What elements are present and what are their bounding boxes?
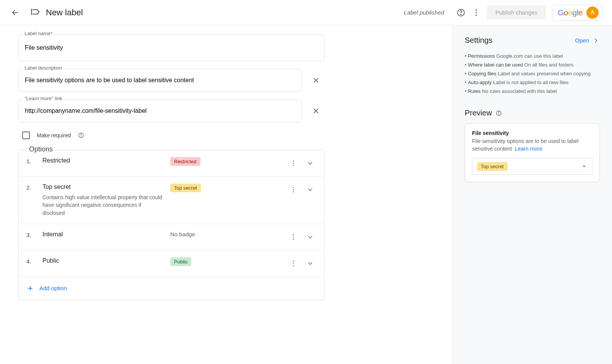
option-more-button[interactable] <box>287 231 299 243</box>
svg-point-10 <box>293 163 294 164</box>
option-expand-button[interactable] <box>304 184 316 196</box>
make-required-label: Make required <box>37 132 71 138</box>
option-name: Internal <box>42 231 165 238</box>
svg-point-19 <box>293 263 294 264</box>
svg-point-4 <box>475 12 477 13</box>
add-option-label: Add option <box>39 285 67 291</box>
preview-label-title: File sensitivity <box>472 130 592 136</box>
help-button[interactable] <box>453 5 469 20</box>
option-expand-button[interactable] <box>304 231 316 243</box>
more-options-button[interactable] <box>469 5 484 20</box>
svg-point-5 <box>475 15 477 16</box>
option-number: 2. <box>26 184 37 191</box>
chevron-down-icon <box>306 233 314 241</box>
account-switcher[interactable]: Google A <box>552 5 603 21</box>
close-icon <box>312 107 320 115</box>
info-icon <box>496 110 502 116</box>
page-title: New label <box>46 8 83 18</box>
svg-point-2 <box>461 14 461 15</box>
svg-point-15 <box>293 234 294 236</box>
make-required-checkbox[interactable] <box>22 132 30 139</box>
svg-point-11 <box>293 165 294 166</box>
option-badge: Restricted <box>170 157 200 166</box>
back-button[interactable] <box>8 5 23 20</box>
chevron-down-icon <box>306 159 314 167</box>
help-icon <box>456 8 466 17</box>
preview-learn-more-link[interactable]: Learn more <box>515 146 542 152</box>
publish-status: Label published <box>404 9 444 16</box>
info-icon <box>78 132 84 138</box>
option-badge: Top secret <box>170 184 201 192</box>
option-more-button[interactable] <box>287 184 299 196</box>
option-name: Public <box>42 257 165 264</box>
option-expand-button[interactable] <box>304 257 316 270</box>
label-description-input[interactable] <box>24 76 296 84</box>
label-icon <box>31 6 41 18</box>
svg-point-16 <box>293 237 294 238</box>
plus-icon <box>26 284 34 292</box>
preview-value-select[interactable]: Top secret <box>472 158 592 175</box>
option-row[interactable]: 1.RestrictedRestricted <box>19 150 324 177</box>
avatar[interactable]: A <box>586 6 599 19</box>
clear-description-button[interactable] <box>308 73 324 88</box>
learn-more-link-label: "Learn more" link <box>23 96 64 101</box>
svg-point-3 <box>475 9 477 11</box>
preview-card: File sensitivity File sensitivity option… <box>465 123 600 182</box>
google-logo: Google <box>558 8 583 17</box>
preview-info-button[interactable] <box>496 110 502 116</box>
options-section-title: Options <box>27 145 55 153</box>
option-more-button[interactable] <box>287 157 299 169</box>
option-row[interactable]: 3.InternalNo badge <box>19 224 324 250</box>
app-header: New label Label published Publish change… <box>0 0 612 25</box>
clear-learn-more-button[interactable] <box>308 103 324 119</box>
option-no-badge: No badge <box>170 231 195 237</box>
preview-title: Preview <box>465 109 492 117</box>
add-option-button[interactable]: Add option <box>19 277 324 300</box>
option-more-button[interactable] <box>287 257 299 270</box>
svg-point-9 <box>293 161 294 162</box>
svg-point-12 <box>293 187 294 188</box>
svg-point-25 <box>499 112 499 112</box>
learn-more-link-input[interactable] <box>24 107 296 115</box>
option-number: 4. <box>26 257 37 265</box>
more-vert-icon <box>472 8 481 17</box>
label-name-label: Label name* <box>23 31 54 36</box>
option-row[interactable]: 4.PublicPublic <box>19 250 324 277</box>
options-list: 1.RestrictedRestricted2.Top secretContai… <box>18 150 324 300</box>
svg-point-14 <box>293 192 294 193</box>
option-number: 1. <box>26 157 37 164</box>
option-name: Top secret <box>42 184 165 190</box>
settings-title: Settings <box>465 36 492 45</box>
dropdown-icon <box>581 163 588 170</box>
svg-point-13 <box>293 189 294 190</box>
settings-item: Auto-apply Label is not applied to all n… <box>465 78 600 87</box>
settings-summary-list: Permissions Google.com can use this labe… <box>465 52 600 96</box>
svg-point-18 <box>293 261 294 262</box>
close-icon <box>312 76 320 84</box>
svg-point-17 <box>293 239 294 240</box>
svg-point-8 <box>81 134 81 134</box>
more-vert-icon <box>290 186 297 193</box>
settings-item: Where label can be used On all files and… <box>465 60 600 69</box>
chevron-down-icon <box>306 186 314 193</box>
settings-open-link[interactable]: Open <box>575 37 600 44</box>
label-name-input[interactable] <box>24 44 319 52</box>
more-vert-icon <box>290 159 297 167</box>
option-expand-button[interactable] <box>304 157 316 169</box>
svg-point-20 <box>293 265 294 266</box>
option-name: Restricted <box>42 157 165 164</box>
preview-selected-badge: Top secret <box>477 162 508 171</box>
option-row[interactable]: 2.Top secretContains high value intellec… <box>19 177 324 224</box>
settings-item: Rules No rules associated with this labe… <box>465 87 600 96</box>
settings-item: Permissions Google.com can use this labe… <box>465 52 600 60</box>
more-vert-icon <box>290 233 297 241</box>
label-form: Label name* Label description "Learn mor… <box>0 25 452 364</box>
chevron-down-icon <box>306 260 314 267</box>
make-required-info-button[interactable] <box>78 132 84 138</box>
arrow-left-icon <box>11 8 20 17</box>
settings-open-label: Open <box>575 37 589 44</box>
publish-changes-button[interactable]: Publish changes <box>487 5 546 20</box>
option-description: Contains high value intellectual propert… <box>42 193 165 217</box>
chevron-right-icon <box>592 37 600 44</box>
label-description-label: Label description <box>23 65 63 71</box>
